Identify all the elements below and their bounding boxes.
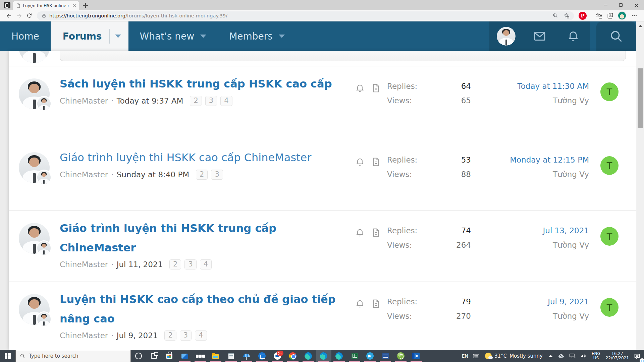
cortana-icon[interactable] — [131, 350, 146, 362]
page-button[interactable]: 4 — [220, 96, 232, 106]
last-post-date-link[interactable]: Today at 11:30 AM — [482, 81, 589, 91]
page-button[interactable]: 2 — [196, 170, 208, 180]
edge-icon-2[interactable] — [331, 350, 347, 362]
weather-widget[interactable]: 31°C Mostly sunny — [482, 353, 546, 359]
chevron-down-icon[interactable] — [200, 35, 206, 38]
last-post-user-link[interactable]: Tường Vy — [482, 311, 589, 321]
thread-author-link[interactable]: ChineMaster — [60, 260, 108, 269]
thread-title-link[interactable]: Sách luyện thi HSKK trung cấp HSKK cao c… — [60, 74, 343, 94]
page-button[interactable]: 2 — [164, 330, 176, 341]
collections-icon[interactable] — [607, 12, 613, 19]
thread-title-link[interactable]: Luyện thi HSKK cao cấp theo chủ đề giao … — [60, 290, 343, 328]
volume-icon[interactable] — [578, 350, 589, 362]
input-language-button[interactable]: EN — [460, 350, 471, 362]
address-bar[interactable]: https://hoctiengtrungonline.org/forums/l… — [37, 11, 574, 20]
last-post-date-link[interactable]: Monday at 12:15 PM — [482, 155, 589, 165]
telegram-icon[interactable] — [362, 350, 378, 362]
jarvis-icon[interactable] — [393, 350, 409, 362]
clock[interactable]: 16:27 22/07/2021 — [603, 352, 632, 360]
language-indicator[interactable]: ENG US — [589, 352, 603, 360]
last-post-date-link[interactable]: Jul 9, 2021 — [482, 297, 589, 307]
avatar[interactable] — [19, 152, 50, 183]
browser-menu-icon[interactable] — [631, 12, 638, 19]
action-center-button[interactable]: 11 — [632, 350, 643, 362]
last-poster-avatar[interactable]: T — [600, 298, 619, 317]
last-post-user-link[interactable]: Tường Vy — [482, 169, 589, 179]
scroll-up-arrow-icon[interactable] — [638, 25, 642, 27]
page-button[interactable]: 4 — [200, 259, 212, 269]
touch-keyboard-icon[interactable] — [471, 350, 482, 362]
remote-desktop-icon[interactable] — [254, 350, 270, 362]
nav-item-forums[interactable]: Forums — [51, 21, 128, 51]
start-button[interactable] — [0, 350, 15, 362]
movies-tv-icon[interactable] — [409, 350, 424, 362]
chevron-down-icon[interactable] — [279, 35, 285, 38]
thread-author-link[interactable]: ChineMaster — [60, 331, 108, 340]
workspaces-icon[interactable] — [4, 2, 10, 8]
edge-icon[interactable] — [301, 350, 316, 362]
thread-title-link[interactable]: Giáo trình luyện thi HSKK cao cấp ChineM… — [60, 148, 343, 168]
forward-button[interactable] — [14, 11, 24, 20]
watch-bell-icon — [355, 228, 365, 238]
page-button[interactable]: 2 — [169, 259, 181, 269]
thread-author-link[interactable]: ChineMaster — [60, 97, 108, 105]
last-poster-avatar[interactable]: T — [600, 82, 619, 101]
notepad-icon[interactable] — [223, 350, 239, 362]
taskbar-search[interactable]: Type here to search — [15, 350, 131, 362]
nav-search-button[interactable] — [596, 21, 636, 51]
nav-item-whats-new[interactable]: What's new — [128, 21, 218, 51]
tab-close-icon[interactable] — [71, 3, 77, 8]
page-button[interactable]: 3 — [180, 330, 192, 341]
page-button[interactable]: 3 — [211, 170, 223, 180]
avatar[interactable] — [19, 223, 50, 254]
nav-alerts-button[interactable] — [556, 21, 590, 51]
page-button[interactable]: 4 — [195, 330, 207, 341]
file-explorer-icon[interactable] — [208, 350, 223, 362]
page-button[interactable]: 3 — [184, 259, 196, 269]
excel-icon[interactable] — [347, 350, 362, 362]
close-button[interactable] — [629, 0, 644, 10]
edge-active-window-icon[interactable] — [316, 350, 331, 362]
chrome-icon[interactable] — [285, 350, 301, 362]
add-favorite-icon[interactable] — [564, 13, 569, 18]
favorites-list-icon[interactable] — [596, 12, 602, 19]
onedrive-icon[interactable] — [555, 350, 567, 362]
last-post-user-link[interactable]: Tường Vy — [482, 240, 589, 250]
scrollbar-thumb[interactable] — [638, 68, 643, 128]
mail-app-icon[interactable] — [177, 350, 193, 362]
last-post-user-link[interactable]: Tường Vy — [482, 96, 589, 106]
page-button[interactable]: 3 — [205, 96, 217, 106]
network-icon[interactable] — [567, 350, 578, 362]
zalo-icon[interactable]: 5+ — [270, 350, 285, 362]
photos-app-icon[interactable] — [239, 350, 254, 362]
zoom-page-icon[interactable] — [552, 13, 558, 18]
nav-conversations-button[interactable] — [523, 21, 556, 51]
scrollbar[interactable] — [636, 21, 644, 350]
task-view-icon[interactable] — [146, 350, 162, 362]
browser-tab[interactable]: Luyện thi HSK online mỗi ngày | — [13, 1, 79, 10]
nav-item-home[interactable]: Home — [0, 21, 51, 51]
word-icon[interactable] — [378, 350, 393, 362]
browser-profile-avatar[interactable] — [618, 11, 626, 20]
avatar[interactable] — [19, 78, 50, 109]
page-button[interactable]: 2 — [190, 96, 202, 106]
minimize-button[interactable] — [598, 0, 613, 10]
show-hidden-icons-chevron[interactable] — [546, 350, 555, 362]
avatar[interactable] — [19, 294, 50, 325]
chevron-down-icon[interactable] — [115, 35, 121, 38]
last-post-date-link[interactable]: Jul 13, 2021 — [482, 226, 589, 236]
microsoft-store-icon[interactable] — [162, 350, 177, 362]
unikey-icon[interactable] — [193, 350, 208, 362]
avatar[interactable] — [19, 51, 50, 63]
nav-account-button[interactable] — [489, 21, 523, 51]
new-tab-button[interactable] — [83, 3, 88, 8]
thread-title-link[interactable]: Giáo trình luyện thi HSKK trung cấp Chin… — [60, 219, 343, 257]
maximize-button[interactable] — [613, 0, 629, 10]
nav-item-members[interactable]: Members — [218, 21, 296, 51]
last-poster-avatar[interactable]: T — [600, 227, 619, 246]
thread-author-link[interactable]: ChineMaster — [60, 170, 108, 179]
pinterest-extension-icon[interactable]: P — [579, 12, 587, 20]
last-poster-avatar[interactable]: T — [600, 156, 619, 175]
back-button[interactable] — [4, 11, 14, 20]
refresh-button[interactable] — [24, 11, 34, 20]
